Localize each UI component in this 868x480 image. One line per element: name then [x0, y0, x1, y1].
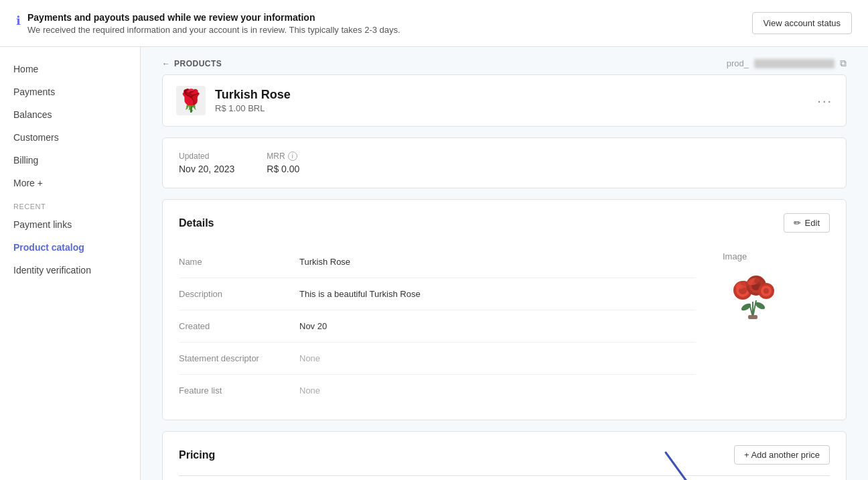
product-name: Turkish Rose	[215, 88, 291, 102]
pricing-header: Pricing + Add another price	[179, 445, 830, 465]
banner-text: Payments and payouts paused while we rev…	[27, 12, 401, 35]
product-id-prefix: prod_	[727, 58, 749, 68]
edit-label: Edit	[805, 218, 820, 228]
feature-value: None	[299, 380, 320, 401]
image-label: Image	[723, 246, 747, 267]
description-label: Description	[179, 284, 299, 304]
payment-links-label: Payment links	[13, 219, 72, 230]
detail-row-created: Created Nov 20	[179, 310, 696, 343]
pricing-title: Pricing	[179, 449, 215, 461]
sidebar-item-customers[interactable]: Customers	[0, 126, 140, 149]
billing-label: Billing	[13, 155, 38, 166]
more-label: More +	[13, 178, 43, 188]
details-content: Name Turkish Rose Description This is a …	[179, 246, 830, 406]
copy-id-icon[interactable]: ⧉	[840, 58, 847, 69]
product-thumbnail: 🌹	[176, 86, 206, 115]
mrr-value: R$ 0.00	[267, 164, 299, 174]
sidebar-item-home[interactable]: Home	[0, 58, 140, 80]
sidebar-item-payments[interactable]: Payments	[0, 80, 140, 103]
sidebar-item-more[interactable]: More +	[0, 172, 140, 194]
svg-line-19	[666, 453, 693, 480]
product-info: Turkish Rose R$ 1.00 BRL	[215, 88, 291, 113]
banner-title: Payments and payouts paused while we rev…	[27, 12, 401, 23]
statement-label: Statement descriptor	[179, 348, 299, 369]
edit-button[interactable]: ✏ Edit	[784, 213, 830, 233]
detail-row-name: Name Turkish Rose	[179, 246, 696, 278]
updated-stat: Updated Nov 20, 2023	[179, 152, 234, 174]
banner-subtitle: We received the required information and…	[27, 25, 401, 35]
sidebar-item-balances[interactable]: Balances	[0, 103, 140, 126]
details-title: Details	[179, 217, 214, 229]
statement-value: None	[299, 348, 320, 369]
pricing-table-header: PRICE API ID CREATED	[179, 475, 830, 480]
detail-row-statement: Statement descriptor None	[179, 343, 696, 375]
updated-label: Updated	[179, 152, 234, 161]
svg-rect-18	[748, 315, 757, 319]
image-section: Image	[723, 246, 830, 406]
sidebar-item-billing[interactable]: Billing	[0, 149, 140, 172]
product-header-left: 🌹 Turkish Rose R$ 1.00 BRL	[176, 86, 291, 115]
recent-section-label: Recent	[0, 194, 140, 213]
breadcrumb: ← PRODUCTS	[162, 59, 222, 68]
detail-row-feature: Feature list None	[179, 375, 696, 406]
mrr-stat: MRR i R$ 0.00	[267, 152, 299, 174]
svg-point-13	[764, 288, 769, 294]
sidebar: Home Payments Balances Customers Billing…	[0, 47, 141, 480]
detail-row-description: Description This is a beautiful Turkish …	[179, 278, 696, 310]
banner-content: ℹ Payments and payouts paused while we r…	[16, 12, 401, 35]
balances-label: Balances	[13, 109, 52, 120]
created-label: Created	[179, 316, 299, 337]
customers-label: Customers	[13, 132, 59, 143]
main-layout: Home Payments Balances Customers Billing…	[0, 47, 868, 480]
description-value: This is a beautiful Turkish Rose	[299, 284, 421, 304]
add-another-price-button[interactable]: + Add another price	[734, 445, 830, 465]
sidebar-item-payment-links[interactable]: Payment links	[0, 213, 140, 236]
breadcrumb-bar: ← PRODUCTS prod_ ⧉	[141, 47, 868, 74]
identity-verification-label: Identity verification	[13, 265, 91, 276]
updated-value: Nov 20, 2023	[179, 164, 234, 174]
product-catalog-label: Product catalog	[13, 242, 84, 253]
name-value: Turkish Rose	[299, 251, 350, 272]
mrr-info-icon[interactable]: i	[288, 152, 297, 161]
product-id-area: prod_ ⧉	[727, 58, 847, 69]
product-menu-icon[interactable]: ···	[817, 93, 833, 109]
pencil-icon: ✏	[794, 218, 801, 228]
product-detail-image	[723, 267, 783, 320]
rose-bouquet-svg	[723, 267, 783, 320]
sidebar-item-product-catalog[interactable]: Product catalog	[0, 236, 140, 259]
created-value: Nov 20	[299, 316, 327, 337]
payments-label: Payments	[13, 86, 55, 97]
main-content: ← PRODUCTS prod_ ⧉ 🌹 Turkish Rose R$ 1.0…	[141, 47, 868, 480]
product-image: 🌹	[177, 88, 204, 113]
details-card-header: Details ✏ Edit	[179, 213, 830, 233]
product-id-blurred	[754, 59, 835, 68]
notification-banner: ℹ Payments and payouts paused while we r…	[0, 0, 868, 47]
name-label: Name	[179, 251, 299, 272]
sidebar-item-identity-verification[interactable]: Identity verification	[0, 259, 140, 282]
mrr-label: MRR i	[267, 152, 299, 161]
feature-label: Feature list	[179, 380, 299, 401]
annotation-arrow	[652, 449, 706, 480]
details-card: Details ✏ Edit Name Turkish Rose Descrip…	[162, 199, 847, 420]
back-arrow-icon: ←	[162, 59, 170, 68]
product-header-card: 🌹 Turkish Rose R$ 1.00 BRL ···	[162, 74, 847, 127]
info-icon: ℹ	[16, 13, 21, 28]
details-fields: Name Turkish Rose Description This is a …	[179, 246, 696, 406]
breadcrumb-text: PRODUCTS	[174, 59, 222, 68]
stats-row: Updated Nov 20, 2023 MRR i R$ 0.00	[162, 137, 847, 188]
home-label: Home	[13, 64, 38, 74]
pricing-card: Pricing + Add another price PRICE API ID…	[162, 431, 847, 480]
product-price: R$ 1.00 BRL	[215, 103, 291, 113]
view-account-status-button[interactable]: View account status	[752, 12, 852, 34]
